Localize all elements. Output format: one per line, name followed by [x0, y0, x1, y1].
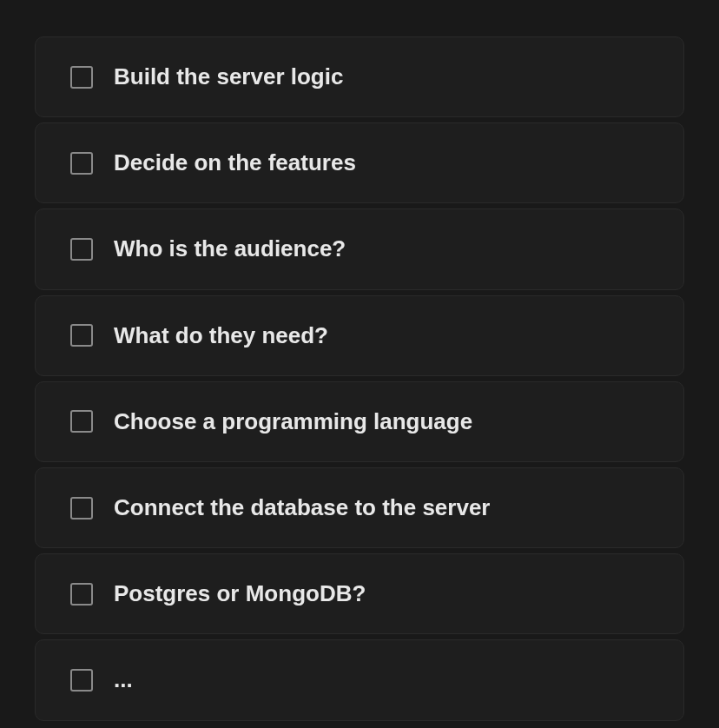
task-label: Connect the database to the server [114, 494, 490, 521]
task-label: Postgres or MongoDB? [114, 580, 366, 607]
task-label: Who is the audience? [114, 235, 346, 262]
checkbox-icon[interactable] [70, 152, 93, 175]
task-item[interactable]: What do they need? [35, 295, 684, 376]
task-label: Build the server logic [114, 63, 343, 90]
checkbox-icon[interactable] [70, 238, 93, 261]
checkbox-icon[interactable] [70, 324, 93, 347]
task-item[interactable]: Decide on the features [35, 122, 684, 203]
task-item[interactable]: Choose a programming language [35, 381, 684, 462]
task-label: What do they need? [114, 322, 328, 349]
task-item[interactable]: Connect the database to the server [35, 467, 684, 548]
task-label: Decide on the features [114, 149, 356, 176]
checkbox-icon[interactable] [70, 669, 93, 692]
task-item[interactable]: Postgres or MongoDB? [35, 553, 684, 634]
checkbox-icon[interactable] [70, 410, 93, 433]
checkbox-icon[interactable] [70, 497, 93, 520]
task-label: Choose a programming language [114, 408, 472, 435]
task-list: Build the server logic Decide on the fea… [35, 36, 684, 721]
checkbox-icon[interactable] [70, 583, 93, 606]
task-item[interactable]: Build the server logic [35, 36, 684, 117]
task-label: ... [114, 666, 133, 693]
checkbox-icon[interactable] [70, 66, 93, 89]
task-item[interactable]: Who is the audience? [35, 208, 684, 289]
task-item[interactable]: ... [35, 639, 684, 720]
